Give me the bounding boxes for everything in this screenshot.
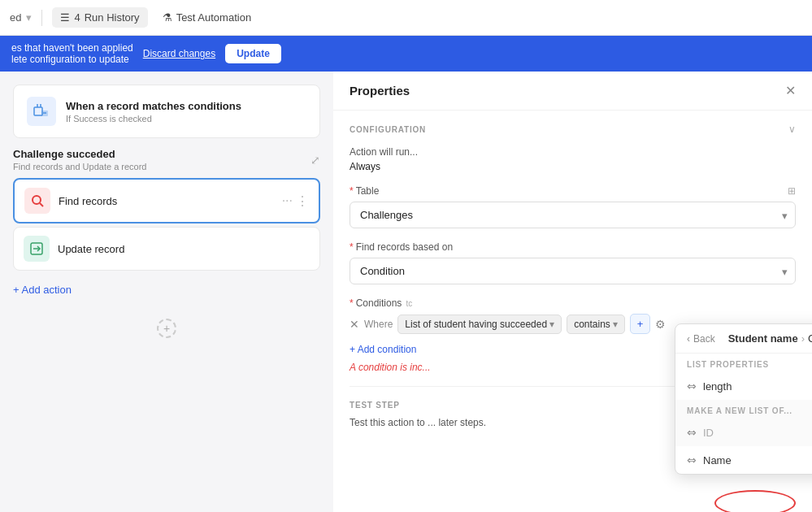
table-field-group: * Table ⊞ Challenges [350, 185, 796, 228]
app-name-text: ed [10, 11, 21, 24]
ellipsis-icon[interactable]: ··· [282, 193, 293, 209]
condition-remove-button[interactable]: ✕ [350, 318, 359, 331]
discard-changes-button[interactable]: Discard changes [143, 48, 215, 59]
chip-arrow: ▾ [549, 319, 554, 330]
make-new-list-label: MAKE A NEW LIST OF... [675, 400, 812, 419]
drag-icon[interactable]: ⋮ [296, 193, 309, 209]
properties-header: Properties ✕ [333, 72, 812, 111]
config-section-header: CONFIGURATION ∨ [350, 124, 796, 135]
id-item[interactable]: ⇔ ID [675, 419, 812, 446]
test-automation-label: Test Automation [176, 11, 252, 24]
breadcrumb-child: Choose property [808, 332, 812, 345]
left-panel: When a record matches conditions If Succ… [0, 72, 333, 512]
action-group-info: Challenge succeded Find records and Upda… [13, 148, 146, 171]
trigger-icon [27, 97, 56, 126]
name-icon: ⇔ [687, 453, 697, 466]
id-icon: ⇔ [687, 426, 697, 439]
action-group-title: Challenge succeded [13, 148, 146, 160]
top-bar: ed ▾ ☰ 4 Run History ⚗ Test Automation [0, 0, 812, 36]
add-condition-button[interactable]: + Add condition [350, 341, 416, 358]
action-group: Challenge succeded Find records and Upda… [13, 148, 320, 299]
test-automation-button[interactable]: ⚗ Test Automation [154, 7, 260, 28]
add-action-row: + Add action [13, 280, 320, 299]
add-action-button[interactable]: + Add action [13, 280, 72, 299]
dropdown-icon[interactable]: ▾ [26, 11, 32, 24]
update-record-card[interactable]: Update record [13, 227, 320, 271]
find-records-select[interactable]: Condition [350, 258, 796, 284]
update-record-icon-wrapper [24, 236, 50, 262]
close-button[interactable]: ✕ [785, 83, 796, 98]
breadcrumb-parent: Student name [728, 332, 798, 345]
name-label: Name [703, 454, 732, 466]
find-records-label-text: * Find records based on [350, 241, 796, 253]
svg-line-6 [40, 203, 43, 206]
find-records-select-wrapper: Condition [350, 258, 796, 284]
find-records-card[interactable]: Find records ··· ⋮ [13, 178, 320, 223]
run-history-label: Run History [85, 11, 140, 24]
condition-field-chip[interactable]: List of student having succeeded ▾ [397, 315, 562, 334]
action-will-run-label: Action will run... [350, 146, 796, 158]
notification-message: es that haven't been applied lete config… [11, 42, 133, 65]
test-step-label: TEST STEP [350, 401, 400, 410]
condition-where-label: Where [364, 319, 393, 330]
config-section-label: CONFIGURATION [350, 125, 426, 134]
properties-title: Properties [350, 84, 410, 98]
trigger-card[interactable]: When a record matches conditions If Succ… [13, 85, 320, 138]
find-records-field-group: * Find records based on Condition [350, 241, 796, 284]
operator-arrow: ▾ [613, 319, 618, 330]
run-history-button[interactable]: ☰ 4 Run History [52, 7, 147, 28]
conditions-label-text: * Conditions tc [350, 297, 796, 309]
config-collapse-icon[interactable]: ∨ [788, 124, 796, 135]
action-group-subtitle: Find records and Update a record [13, 162, 146, 171]
trigger-info: When a record matches conditions If Succ… [66, 100, 241, 124]
popup-breadcrumb: Student name › Choose property [728, 332, 812, 345]
condition-operator-label: contains [574, 319, 610, 330]
notification-bar: es that haven't been applied lete config… [0, 36, 812, 72]
table-label: * Table ⊞ [350, 185, 796, 197]
right-panel: Properties ✕ CONFIGURATION ∨ Action will… [333, 72, 812, 512]
condition-gear-icon[interactable]: ⚙ [655, 318, 666, 331]
property-dropdown-popup: ‹ Back Student name › Choose property 🔍 … [675, 323, 812, 475]
test-automation-icon: ⚗ [163, 11, 172, 24]
find-records-label: Find records [59, 195, 274, 207]
condition-field-label: List of student having succeeded [405, 319, 547, 330]
popup-header: ‹ Back Student name › Choose property 🔍 [675, 324, 812, 354]
run-history-icon: ☰ [60, 11, 70, 24]
table-select-wrapper: Challenges [350, 202, 796, 228]
action-card-menu: ··· ⋮ [282, 193, 309, 209]
app-name: ed ▾ [10, 11, 32, 24]
action-will-run-group: Action will run... Always [350, 146, 796, 172]
length-label: length [703, 380, 732, 393]
find-records-icon-wrapper [24, 188, 50, 214]
table-icon[interactable]: ⊞ [788, 185, 796, 197]
popup-back-button[interactable]: ‹ Back [687, 333, 715, 345]
add-step-button[interactable]: + [157, 319, 176, 338]
condition-add-value-button[interactable]: + [630, 314, 651, 334]
list-properties-label: LIST PROPERTIES [675, 354, 812, 372]
condition-operator-chip[interactable]: contains ▾ [567, 315, 625, 334]
divider [41, 10, 42, 26]
length-icon: ⇔ [687, 380, 697, 393]
svg-rect-0 [34, 107, 42, 115]
update-button[interactable]: Update [225, 44, 281, 63]
trigger-subtitle: If Success is checked [66, 114, 241, 124]
back-chevron-icon: ‹ [687, 333, 690, 345]
svg-point-5 [33, 196, 41, 204]
trigger-title: When a record matches conditions [66, 100, 241, 112]
id-label: ID [703, 427, 714, 439]
action-will-run-value: Always [350, 161, 796, 172]
expand-icon[interactable]: ⤢ [310, 154, 320, 167]
run-history-count: 4 [74, 11, 80, 24]
update-record-label: Update record [58, 243, 310, 255]
action-group-header: Challenge succeded Find records and Upda… [13, 148, 320, 171]
table-select[interactable]: Challenges [350, 202, 796, 228]
name-item[interactable]: ⇔ Name Julien Mula [675, 446, 812, 474]
main-layout: When a record matches conditions If Succ… [0, 72, 812, 512]
back-label: Back [693, 333, 715, 345]
breadcrumb-chevron: › [801, 332, 805, 345]
length-item[interactable]: ⇔ length 1 [675, 372, 812, 400]
